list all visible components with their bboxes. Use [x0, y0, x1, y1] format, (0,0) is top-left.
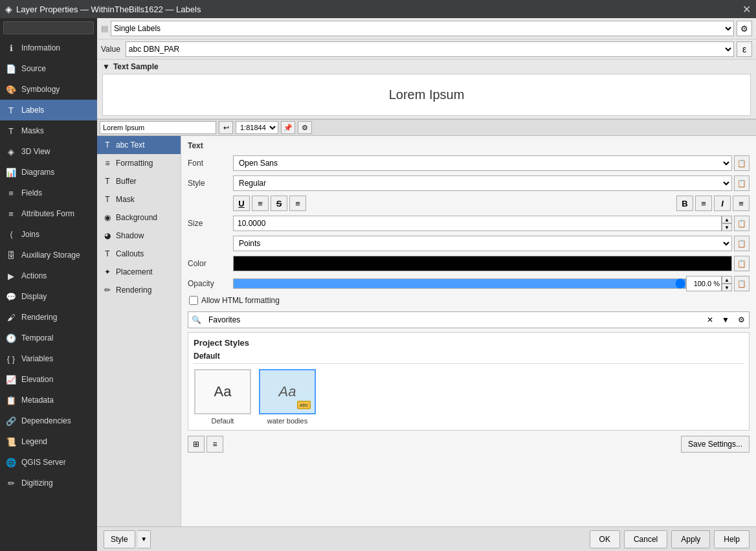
- sidebar-item-attributesform[interactable]: ≡Attributes Form: [0, 203, 97, 224]
- ok-button[interactable]: OK: [590, 530, 620, 548]
- apply-button[interactable]: Apply: [671, 530, 710, 548]
- sidebar-item-labels[interactable]: TLabels: [0, 100, 97, 120]
- align-right-btn[interactable]: ≡: [289, 196, 306, 211]
- superscript-btn[interactable]: ≡: [695, 196, 712, 211]
- sidebar-item-dependencies[interactable]: 🔗Dependencies: [0, 410, 97, 431]
- sidebar-item-label-actions: Actions: [21, 271, 47, 280]
- style-copy-btn[interactable]: 📋: [734, 175, 750, 191]
- sidebar-item-auxiliarystorage[interactable]: 🗄Auxiliary Storage: [0, 245, 97, 265]
- sub-nav-label-text: abc Text: [116, 141, 144, 150]
- sidebar-item-digitizing[interactable]: ✏Digitizing: [0, 473, 97, 493]
- cancel-button[interactable]: Cancel: [624, 530, 667, 548]
- sub-nav-item-background[interactable]: ◉Background: [97, 208, 181, 227]
- styles-search-input[interactable]: [205, 313, 702, 326]
- align-left-btn[interactable]: ≡: [252, 196, 269, 211]
- style-button[interactable]: Style: [104, 530, 135, 548]
- font-select[interactable]: Open Sans: [233, 155, 732, 171]
- style-card-waterbodies[interactable]: Aa abc water bodies: [258, 369, 317, 425]
- sidebar-item-label-metadata: Metadata: [21, 396, 54, 405]
- more-format-btn[interactable]: ≡: [733, 196, 750, 211]
- opacity-row: Opacity ▲ ▼ 📋: [188, 276, 750, 291]
- value-select[interactable]: abc DBN_PAR: [126, 41, 734, 57]
- epsilon-button[interactable]: ε: [737, 41, 752, 57]
- sidebar-item-elevation[interactable]: 📈Elevation: [0, 369, 97, 390]
- sub-nav-item-text[interactable]: Tabc Text: [97, 136, 181, 154]
- opacity-slider[interactable]: [233, 278, 686, 289]
- sidebar-item-actions[interactable]: ▶Actions: [0, 265, 97, 286]
- sidebar-item-diagrams[interactable]: 📊Diagrams: [0, 162, 97, 183]
- sub-nav-item-callouts[interactable]: TCallouts: [97, 245, 181, 263]
- color-copy-btn[interactable]: 📋: [734, 256, 750, 271]
- text-sample-header[interactable]: ▼ Text Sample: [102, 62, 751, 71]
- label-mode-select[interactable]: No LabelsSingle LabelsRule-based Labelin…: [111, 21, 734, 36]
- text-sample-section: ▼ Text Sample Lorem Ipsum: [97, 60, 756, 119]
- value-bar: Value abc DBN_PAR ε: [97, 39, 756, 60]
- grid-view-btn[interactable]: ⊞: [188, 436, 205, 453]
- opacity-down-btn[interactable]: ▼: [722, 284, 732, 291]
- opacity-up-btn[interactable]: ▲: [722, 276, 732, 284]
- sidebar-item-metadata[interactable]: 📋Metadata: [0, 390, 97, 410]
- text-section-header: Text: [188, 141, 750, 150]
- html-formatting-checkbox[interactable]: [189, 296, 198, 305]
- sample-text-input[interactable]: [100, 121, 216, 134]
- sub-nav-items: Tabc Text≡FormattingTBufferTMask◉Backgro…: [97, 136, 181, 299]
- list-view-btn[interactable]: ≡: [206, 436, 223, 453]
- sample-pin-btn[interactable]: 📌: [281, 121, 295, 134]
- underline-btn[interactable]: U: [233, 196, 250, 211]
- color-swatch[interactable]: [233, 256, 732, 271]
- sidebar-item-qgisserver[interactable]: 🌐QGIS Server: [0, 452, 97, 473]
- sub-nav-item-mask[interactable]: TMask: [97, 190, 181, 208]
- size-unit-select[interactable]: Points: [233, 236, 732, 251]
- sample-scale-select[interactable]: 1:81844: [236, 121, 278, 134]
- sidebar-item-joins[interactable]: ⟨Joins: [0, 224, 97, 245]
- opacity-value-input[interactable]: [686, 276, 722, 291]
- bold-btn[interactable]: B: [676, 196, 693, 211]
- sidebar-item-rendering[interactable]: 🖌Rendering: [0, 307, 97, 328]
- style-cards: Aa Default Aa abc water bodies: [194, 369, 744, 425]
- size-up-btn[interactable]: ▲: [722, 216, 732, 223]
- sidebar-search-input[interactable]: [3, 21, 94, 34]
- sample-settings-btn[interactable]: ⚙: [298, 121, 312, 134]
- sidebar-item-temporal[interactable]: 🕐Temporal: [0, 328, 97, 348]
- joins-icon: ⟨: [5, 229, 17, 240]
- sidebar-item-variables[interactable]: { }Variables: [0, 348, 97, 369]
- sub-nav-label-shadow: Shadow: [116, 231, 144, 240]
- font-copy-btn[interactable]: 📋: [734, 155, 750, 171]
- sidebar-item-label-auxiliarystorage: Auxiliary Storage: [21, 251, 80, 260]
- sidebar-item-information[interactable]: ℹInformation: [0, 38, 97, 58]
- sub-nav-item-rendering[interactable]: ✏Rendering: [97, 281, 181, 299]
- size-unit-copy-btn[interactable]: 📋: [734, 236, 750, 251]
- label-mode-options-btn[interactable]: ⚙: [737, 21, 752, 36]
- close-icon[interactable]: ✕: [742, 3, 751, 16]
- sub-nav-item-buffer[interactable]: TBuffer: [97, 172, 181, 190]
- information-icon: ℹ: [5, 42, 17, 54]
- sidebar-item-legend[interactable]: 📜Legend: [0, 431, 97, 452]
- sidebar-item-source[interactable]: 📄Source: [0, 58, 97, 79]
- save-settings-btn[interactable]: Save Settings...: [681, 436, 750, 453]
- help-button[interactable]: Help: [714, 530, 750, 548]
- size-down-btn[interactable]: ▼: [722, 223, 732, 231]
- style-card-default[interactable]: Aa Default: [194, 369, 252, 425]
- styles-clear-btn[interactable]: ✕: [702, 312, 718, 328]
- opacity-copy-btn[interactable]: 📋: [734, 276, 750, 291]
- sidebar-item-fields[interactable]: ≡Fields: [0, 183, 97, 203]
- strikethrough-btn[interactable]: S: [271, 196, 287, 211]
- sidebar-item-3dview[interactable]: ◈3D View: [0, 141, 97, 162]
- style-label: Style: [188, 179, 233, 188]
- sidebar-item-symbology[interactable]: 🎨Symbology: [0, 79, 97, 100]
- sidebar-item-masks[interactable]: TMasks: [0, 120, 97, 141]
- size-copy-btn[interactable]: 📋: [734, 216, 750, 231]
- sub-nav-item-shadow[interactable]: ◕Shadow: [97, 227, 181, 245]
- sidebar-item-display[interactable]: 💬Display: [0, 286, 97, 307]
- size-input[interactable]: [233, 216, 722, 231]
- sub-nav-item-formatting[interactable]: ≡Formatting: [97, 154, 181, 172]
- style-dropdown-btn[interactable]: ▼: [138, 530, 151, 548]
- styles-options-btn[interactable]: ⚙: [733, 312, 749, 328]
- style-select[interactable]: Regular: [233, 175, 732, 191]
- sub-nav-item-placement[interactable]: ✦Placement: [97, 263, 181, 281]
- styles-dropdown-btn[interactable]: ▼: [718, 312, 733, 328]
- sidebar-item-label-rendering: Rendering: [21, 313, 57, 322]
- italic-btn[interactable]: I: [714, 196, 731, 211]
- symbology-icon: 🎨: [5, 84, 17, 95]
- sample-back-btn[interactable]: ↩: [219, 121, 233, 134]
